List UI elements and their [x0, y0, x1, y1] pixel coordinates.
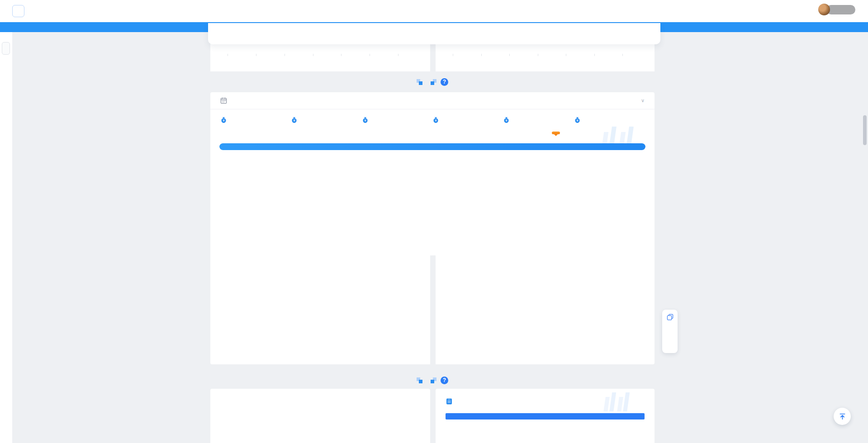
monthly-line-chart — [439, 269, 652, 358]
breadcrumb — [31, 7, 33, 15]
edit-card-button[interactable] — [662, 310, 678, 353]
cost-card-material[interactable]: › — [363, 168, 502, 199]
help-icon[interactable]: ? — [441, 377, 448, 384]
money-bag-icon: ¥ — [503, 117, 510, 123]
cost-card-equipment[interactable]: › — [507, 168, 645, 199]
metric-output-amount: ¥ — [362, 117, 432, 128]
section-deco-icon — [417, 79, 422, 85]
period-filter-row: ∨ — [210, 92, 655, 109]
metric-output-profit: ¥ — [432, 117, 503, 128]
section-deco-icon — [431, 79, 436, 85]
contract-amount-card — [436, 389, 655, 443]
cost-charts-row — [210, 255, 655, 364]
contract-marker — [446, 426, 447, 432]
svg-text:¥: ¥ — [435, 119, 437, 122]
tab-invoice-analysis[interactable] — [305, 23, 319, 44]
tab-expense-contract[interactable] — [276, 23, 290, 44]
edit-card-icon — [667, 314, 674, 320]
chevron-right-icon[interactable]: › — [372, 174, 379, 181]
x-axis-ticks — [453, 54, 651, 56]
tab-safety-analysis[interactable] — [348, 23, 363, 44]
cost-section-header: ? — [210, 71, 655, 92]
collapsed-sidebar-rail — [0, 32, 12, 443]
watermark-decoration — [602, 392, 631, 413]
cost-items-stat-panel — [210, 255, 430, 364]
section-deco-icon — [417, 377, 422, 383]
visa-bar-segment — [446, 413, 645, 419]
top-header — [0, 0, 868, 22]
budget-progress-captions — [219, 154, 645, 160]
cost-card-subcontract[interactable]: › — [363, 203, 502, 234]
budget-progress-track — [219, 143, 645, 150]
metric-income-settlement: ¥ — [503, 117, 574, 128]
cost-category-cards: › › › › › › — [219, 168, 645, 234]
money-bag-icon: ¥ — [432, 117, 439, 123]
contract-count — [221, 413, 226, 423]
chevron-right-icon[interactable]: › — [516, 209, 523, 216]
tab-labor-analysis[interactable] — [319, 23, 334, 44]
budget-progress — [219, 143, 645, 160]
x-axis-ticks — [228, 54, 427, 56]
metric-settlement-profit: ¥ — [574, 117, 645, 128]
help-icon[interactable]: ? — [441, 78, 448, 86]
budget-remaining — [219, 154, 222, 160]
tab-procurement-analysis[interactable] — [290, 23, 305, 44]
chevron-down-icon: ∨ — [641, 98, 645, 104]
period-select[interactable]: ∨ — [638, 98, 645, 104]
money-bag-icon: ¥ — [220, 117, 227, 123]
username-redacted — [826, 5, 855, 14]
svg-text:¥: ¥ — [223, 119, 225, 122]
cost-card-expense[interactable]: › — [219, 203, 358, 234]
metric-total-budget: ¥ — [220, 117, 291, 128]
user-area[interactable] — [818, 4, 855, 15]
cost-budget-ratio-badge — [552, 132, 560, 134]
panel-divider — [430, 255, 436, 364]
cost-analysis-card: ∨ ¥ ¥ ¥ ¥ ¥ ¥ — [210, 92, 655, 364]
income-section-header: ? — [210, 370, 655, 391]
monthly-cost-panel — [436, 255, 655, 364]
contract-visa-stack-bar — [446, 413, 645, 419]
back-button[interactable] — [12, 5, 24, 17]
cost-metrics-row: ¥ ¥ ¥ ¥ ¥ ¥ — [210, 109, 655, 128]
section-deco-icon — [431, 377, 436, 383]
tab-fund-analysis[interactable] — [232, 23, 247, 44]
budget-total — [643, 154, 645, 160]
sidebar-toggle-handle[interactable] — [2, 42, 10, 55]
tab-progress-analysis[interactable] — [218, 23, 232, 44]
cost-card-labor[interactable]: › — [219, 168, 358, 199]
tab-quality-analysis[interactable] — [334, 23, 348, 44]
visa-count — [339, 413, 343, 423]
calendar-icon — [220, 97, 227, 104]
contract-ledger-card — [210, 389, 430, 443]
metric-total-cost: ¥ — [291, 117, 361, 128]
chevron-right-icon[interactable]: › — [372, 209, 379, 216]
money-bag-icon: ¥ — [291, 117, 298, 123]
visa-amount-block — [545, 426, 645, 436]
cost-donut-chart — [243, 283, 308, 349]
chevron-right-icon[interactable]: › — [516, 174, 523, 181]
budget-progress-fill — [219, 143, 645, 150]
chevron-right-icon[interactable]: › — [229, 209, 236, 216]
analysis-tab-bar — [208, 23, 660, 44]
svg-text:¥: ¥ — [506, 119, 508, 122]
chevron-right-icon[interactable]: › — [229, 174, 236, 181]
back-to-top-button[interactable] — [834, 408, 851, 425]
clipboard-icon — [446, 398, 453, 405]
svg-text:¥: ¥ — [576, 119, 578, 122]
svg-text:¥: ¥ — [294, 119, 295, 122]
avatar[interactable] — [818, 4, 830, 15]
tab-cost-analysis[interactable] — [247, 23, 261, 44]
svg-text:¥: ¥ — [364, 119, 366, 122]
money-bag-icon: ¥ — [362, 117, 369, 123]
visa-marker — [545, 426, 546, 432]
tab-income-contract[interactable] — [261, 23, 276, 44]
arrow-up-to-line-icon — [839, 413, 846, 420]
cost-card-other[interactable]: › — [507, 203, 645, 234]
contract-amount-block — [446, 426, 545, 436]
money-bag-icon: ¥ — [574, 117, 581, 123]
vertical-scrollbar[interactable] — [863, 115, 867, 145]
